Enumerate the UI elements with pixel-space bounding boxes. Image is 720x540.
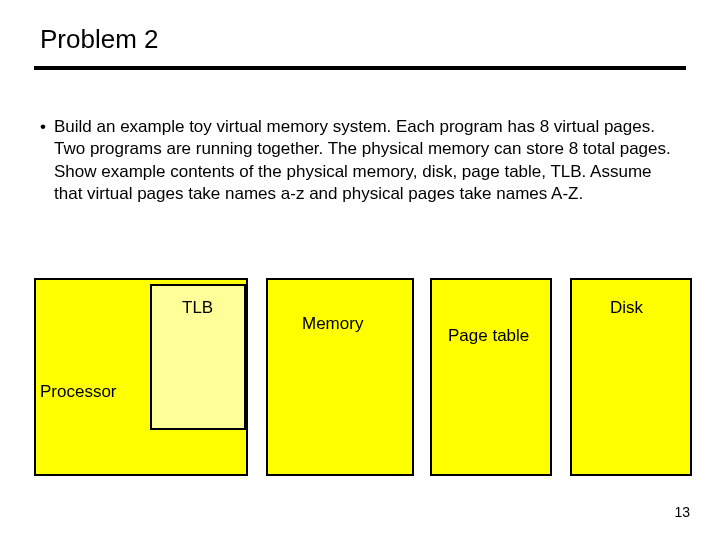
bullet-marker: • bbox=[40, 116, 46, 138]
slide-title: Problem 2 bbox=[40, 24, 159, 55]
disk-label: Disk bbox=[610, 298, 643, 318]
pagetable-box bbox=[430, 278, 552, 476]
tlb-label: TLB bbox=[182, 298, 213, 318]
page-number: 13 bbox=[674, 504, 690, 520]
pagetable-label: Page table bbox=[448, 326, 529, 346]
title-underline bbox=[34, 66, 686, 70]
memory-box bbox=[266, 278, 414, 476]
memory-label: Memory bbox=[302, 314, 363, 334]
diagram: TLB Memory Page table Disk Processor bbox=[34, 278, 694, 476]
processor-label: Processor bbox=[40, 382, 117, 402]
bullet-text: Build an example toy virtual memory syst… bbox=[54, 117, 671, 203]
bullet-item: • Build an example toy virtual memory sy… bbox=[54, 116, 674, 206]
